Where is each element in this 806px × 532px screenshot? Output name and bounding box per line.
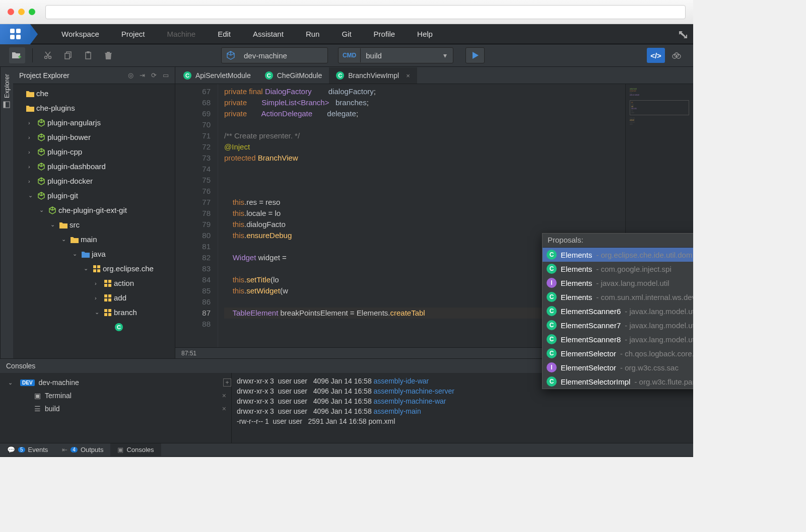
- tree-item[interactable]: ⌄org.eclipse.che: [13, 261, 175, 276]
- proposal-item[interactable]: CElementScanner8 - javax.lang.model.util: [543, 332, 693, 346]
- machine-picker[interactable]: dev-machine: [221, 47, 328, 63]
- console-item[interactable]: ▣Terminal×: [0, 389, 231, 402]
- proposal-item[interactable]: CElementScanner6 - javax.lang.model.util: [543, 304, 693, 318]
- svg-point-0: [45, 56, 47, 59]
- menu-bar: WorkspaceProjectMachineEditAssistantRunG…: [0, 24, 693, 44]
- svg-rect-15: [108, 280, 111, 283]
- svg-rect-4: [87, 51, 89, 53]
- tree-item[interactable]: ⌄plugin-git: [13, 188, 175, 203]
- menu-profile[interactable]: Profile: [363, 24, 407, 44]
- svg-rect-16: [104, 284, 107, 287]
- tree-item[interactable]: ›add: [13, 290, 175, 305]
- editor-tab[interactable]: CApiServletModule: [176, 67, 258, 84]
- new-resource-button[interactable]: [9, 47, 25, 63]
- tree-item[interactable]: ›plugin-cpp: [13, 144, 175, 159]
- tree-item[interactable]: ›plugin-docker: [13, 174, 175, 188]
- menu-project[interactable]: Project: [110, 24, 156, 44]
- proposals-title: Proposals:: [543, 234, 693, 248]
- cloud-icon[interactable]: [669, 48, 684, 63]
- tree-item[interactable]: ⌄branch: [13, 305, 175, 320]
- svg-rect-17: [108, 284, 111, 287]
- bottom-tab-outputs[interactable]: ⇤4Outputs: [55, 443, 110, 457]
- tree-item[interactable]: ⌄main: [13, 232, 175, 247]
- command-picker[interactable]: CMD build ▾: [338, 47, 453, 63]
- toolbar: dev-machine CMD build ▾ </>: [0, 44, 693, 67]
- browser-chrome: [0, 0, 693, 24]
- consoles-title: Consoles: [6, 362, 35, 370]
- editor-tab[interactable]: CBranchViewImpl×: [329, 67, 417, 84]
- proposal-item[interactable]: CElementScanner7 - javax.lang.model.util: [543, 318, 693, 332]
- console-tree[interactable]: ⌄DEVdev-machine+▣Terminal×☰build×: [0, 373, 232, 443]
- tree-item[interactable]: ›plugin-dashboard: [13, 159, 175, 174]
- run-button[interactable]: [465, 47, 485, 63]
- paste-icon[interactable]: [80, 47, 96, 63]
- svg-rect-23: [108, 309, 111, 312]
- proposal-item[interactable]: CElementSelector - ch.qos.logback.core.j…: [543, 346, 693, 360]
- proposal-item[interactable]: CElementSelectorImpl - org.w3c.flute.par…: [543, 374, 693, 389]
- proposal-item[interactable]: IElementSelector - org.w3c.css.sac: [543, 360, 693, 374]
- svg-rect-18: [104, 294, 107, 297]
- explorer-side-tab[interactable]: Explorer: [0, 67, 13, 358]
- menu-edit[interactable]: Edit: [207, 24, 242, 44]
- cut-icon[interactable]: [40, 47, 56, 63]
- expand-icon[interactable]: [673, 30, 693, 38]
- svg-rect-25: [108, 313, 111, 316]
- tree-item[interactable]: ⌄src: [13, 217, 175, 232]
- console-item[interactable]: ⌄DEVdev-machine+: [0, 376, 231, 389]
- ide-root: WorkspaceProjectMachineEditAssistantRunG…: [0, 24, 693, 457]
- locate-icon[interactable]: ◎: [128, 71, 133, 79]
- app-logo[interactable]: [0, 24, 30, 44]
- tree-item[interactable]: C: [13, 320, 175, 334]
- editor-area: CApiServletModuleCCheGitModuleCBranchVie…: [175, 67, 693, 358]
- tree-item[interactable]: ›action: [13, 276, 175, 290]
- svg-rect-11: [97, 265, 100, 268]
- menu-help[interactable]: Help: [406, 24, 444, 44]
- editor-tabs: CApiServletModuleCCheGitModuleCBranchVie…: [175, 67, 693, 84]
- code-completion-popup[interactable]: Proposals: CElements - org.eclipse.che.i…: [542, 233, 693, 389]
- svg-rect-24: [104, 313, 107, 316]
- window-zoom-button[interactable]: [29, 9, 35, 15]
- project-tree[interactable]: cheche-plugins›plugin-angularjs›plugin-b…: [13, 84, 175, 358]
- tree-item[interactable]: ⌄che-plugin-git-ext-git: [13, 203, 175, 217]
- menu-run[interactable]: Run: [295, 24, 331, 44]
- url-bar[interactable]: [45, 5, 686, 19]
- copy-icon[interactable]: [60, 47, 76, 63]
- menu-machine[interactable]: Machine: [156, 24, 207, 44]
- tree-item[interactable]: che-plugins: [13, 101, 175, 115]
- bottom-bar: 💬5Events⇤4Outputs▣Consoles: [0, 443, 693, 456]
- refresh-icon[interactable]: ⟳: [151, 71, 157, 79]
- proposal-item[interactable]: CElements - org.eclipse.che.ide.util.dom: [543, 248, 693, 262]
- svg-rect-20: [104, 298, 107, 301]
- project-explorer-panel: Project Explorer ◎ ⇥ ⟳ ▭ cheche-plugins›…: [13, 67, 175, 358]
- code-button[interactable]: </>: [647, 48, 665, 63]
- close-icon[interactable]: ×: [406, 72, 410, 80]
- console-item[interactable]: ☰build×: [0, 402, 231, 415]
- svg-point-1: [49, 56, 51, 59]
- window-minimize-button[interactable]: [18, 9, 25, 15]
- menu-workspace[interactable]: Workspace: [50, 24, 110, 44]
- window-close-button[interactable]: [8, 9, 14, 15]
- minimize-icon[interactable]: ▭: [163, 71, 169, 79]
- svg-rect-19: [108, 294, 111, 297]
- cmd-badge: CMD: [339, 52, 360, 59]
- svg-rect-2: [65, 53, 70, 59]
- svg-rect-21: [108, 298, 111, 301]
- delete-icon[interactable]: [100, 47, 116, 63]
- collapse-icon[interactable]: ⇥: [140, 71, 145, 79]
- tree-item[interactable]: ⌄java: [13, 247, 175, 261]
- add-icon[interactable]: +: [223, 378, 231, 387]
- bottom-tab-consoles[interactable]: ▣Consoles: [110, 443, 161, 457]
- proposal-item[interactable]: CElements - com.sun.xml.internal.ws.deve…: [543, 290, 693, 304]
- menu-assistant[interactable]: Assistant: [242, 24, 295, 44]
- svg-rect-10: [93, 265, 96, 268]
- proposal-item[interactable]: IElements - javax.lang.model.util: [543, 276, 693, 290]
- tree-item[interactable]: ›plugin-angularjs: [13, 115, 175, 130]
- proposal-item[interactable]: CElements - com.google.inject.spi: [543, 262, 693, 276]
- chevron-down-icon: ▾: [437, 51, 453, 59]
- svg-rect-3: [86, 52, 91, 59]
- tree-item[interactable]: ›plugin-bower: [13, 130, 175, 144]
- bottom-tab-events[interactable]: 💬5Events: [0, 443, 55, 457]
- editor-tab[interactable]: CCheGitModule: [258, 67, 329, 84]
- tree-item[interactable]: che: [13, 86, 175, 101]
- menu-git[interactable]: Git: [330, 24, 362, 44]
